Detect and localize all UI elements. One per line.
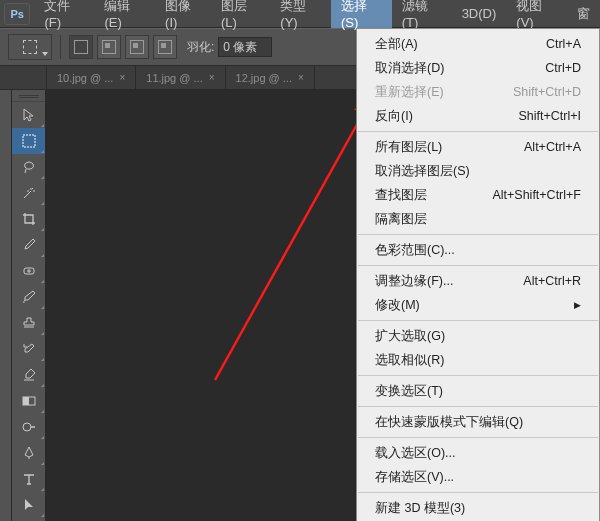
- toolbox-grip[interactable]: [12, 90, 45, 102]
- tool-preset-picker[interactable]: [8, 34, 52, 60]
- menu-type[interactable]: 类型(Y): [270, 0, 331, 28]
- menu-item-shortcut: Alt+Ctrl+A: [524, 140, 581, 154]
- menu-item[interactable]: 查找图层Alt+Shift+Ctrl+F: [357, 183, 599, 207]
- tool-path-select[interactable]: [12, 492, 45, 518]
- menu-item-label: 反向(I): [375, 108, 413, 125]
- grip-icon: [19, 95, 39, 96]
- menu-3d[interactable]: 3D(D): [452, 0, 507, 28]
- tool-brush[interactable]: [12, 284, 45, 310]
- separator: [60, 35, 61, 59]
- menu-select[interactable]: 选择(S): [331, 0, 392, 28]
- tool-wand[interactable]: [12, 180, 45, 206]
- tab-label: 11.jpg @ ...: [146, 72, 202, 84]
- menu-separator: [358, 320, 598, 321]
- selection-mode-add[interactable]: [97, 35, 121, 59]
- mode-intersect-icon: [158, 40, 172, 54]
- close-icon[interactable]: ×: [209, 72, 215, 83]
- menu-item-label: 扩大选取(G): [375, 328, 445, 345]
- tool-gradient[interactable]: [12, 388, 45, 414]
- menu-item[interactable]: 在快速蒙版模式下编辑(Q): [357, 410, 599, 434]
- menu-separator: [358, 437, 598, 438]
- document-tab[interactable]: 10.jpg @ ... ×: [46, 66, 136, 89]
- menu-item[interactable]: 修改(M)▶: [357, 293, 599, 317]
- menu-item-label: 全部(A): [375, 36, 418, 53]
- menu-separator: [358, 131, 598, 132]
- menu-item[interactable]: 变换选区(T): [357, 379, 599, 403]
- tool-move[interactable]: [12, 102, 45, 128]
- menu-window[interactable]: 窗: [567, 0, 600, 28]
- menu-item[interactable]: 全部(A)Ctrl+A: [357, 32, 599, 56]
- menu-item[interactable]: 色彩范围(C)...: [357, 238, 599, 262]
- menu-item-shortcut: Ctrl+D: [545, 61, 581, 75]
- menu-item[interactable]: 新建 3D 模型(3): [357, 496, 599, 520]
- menu-item-label: 新建 3D 模型(3): [375, 500, 465, 517]
- menu-item[interactable]: 所有图层(L)Alt+Ctrl+A: [357, 135, 599, 159]
- close-icon[interactable]: ×: [119, 72, 125, 83]
- menu-separator: [358, 492, 598, 493]
- menu-item[interactable]: 调整边缘(F)...Alt+Ctrl+R: [357, 269, 599, 293]
- menu-item-label: 载入选区(O)...: [375, 445, 455, 462]
- selection-mode-subtract[interactable]: [125, 35, 149, 59]
- document-tab[interactable]: 11.jpg @ ... ×: [136, 66, 225, 89]
- select-menu-dropdown: 全部(A)Ctrl+A取消选择(D)Ctrl+D重新选择(E)Shift+Ctr…: [356, 28, 600, 521]
- submenu-arrow-icon: ▶: [574, 300, 581, 310]
- menu-edit[interactable]: 编辑(E): [94, 0, 155, 28]
- menu-item[interactable]: 反向(I)Shift+Ctrl+I: [357, 104, 599, 128]
- tool-crop[interactable]: [12, 206, 45, 232]
- tool-healing[interactable]: [12, 258, 45, 284]
- menu-item-label: 选取相似(R): [375, 352, 444, 369]
- menu-item-label: 在快速蒙版模式下编辑(Q): [375, 414, 523, 431]
- menu-file[interactable]: 文件(F): [34, 0, 94, 28]
- menu-layer[interactable]: 图层(L): [211, 0, 270, 28]
- menu-separator: [358, 265, 598, 266]
- svg-rect-0: [23, 135, 35, 147]
- mode-subtract-icon: [130, 40, 144, 54]
- tool-lasso[interactable]: [12, 154, 45, 180]
- menu-separator: [358, 234, 598, 235]
- app-badge: Ps: [4, 3, 30, 25]
- menu-item[interactable]: 隔离图层: [357, 207, 599, 231]
- menu-item-label: 重新选择(E): [375, 84, 444, 101]
- tool-dodge[interactable]: [12, 414, 45, 440]
- app-badge-text: Ps: [10, 8, 23, 20]
- tool-type[interactable]: [12, 466, 45, 492]
- tool-history-brush[interactable]: [12, 336, 45, 362]
- menu-bar: Ps 文件(F) 编辑(E) 图像(I) 图层(L) 类型(Y) 选择(S) 滤…: [0, 0, 600, 28]
- feather-input[interactable]: [218, 37, 272, 57]
- tool-eyedropper[interactable]: [12, 232, 45, 258]
- menu-item-shortcut: Ctrl+A: [546, 37, 581, 51]
- tool-eraser[interactable]: [12, 362, 45, 388]
- menu-view[interactable]: 视图(V): [506, 0, 567, 28]
- toolbox: [12, 90, 46, 521]
- svg-rect-3: [23, 397, 29, 405]
- menu-separator: [358, 406, 598, 407]
- tool-pen[interactable]: [12, 440, 45, 466]
- selection-mode-intersect[interactable]: [153, 35, 177, 59]
- menu-image[interactable]: 图像(I): [155, 0, 211, 28]
- menu-item[interactable]: 载入选区(O)...: [357, 441, 599, 465]
- feather-label: 羽化:: [187, 39, 214, 56]
- menu-filter[interactable]: 滤镜(T): [392, 0, 452, 28]
- menu-item-shortcut: Shift+Ctrl+I: [518, 109, 581, 123]
- menu-item: 重新选择(E)Shift+Ctrl+D: [357, 80, 599, 104]
- menu-item[interactable]: 选取相似(R): [357, 348, 599, 372]
- menu-item[interactable]: 扩大选取(G): [357, 324, 599, 348]
- selection-mode-new[interactable]: [69, 35, 93, 59]
- menu-item-shortcut: Alt+Shift+Ctrl+F: [492, 188, 581, 202]
- menu-item[interactable]: 取消选择图层(S): [357, 159, 599, 183]
- menu-item-label: 变换选区(T): [375, 383, 443, 400]
- menu-item[interactable]: 取消选择(D)Ctrl+D: [357, 56, 599, 80]
- mode-new-icon: [74, 40, 88, 54]
- close-icon[interactable]: ×: [298, 72, 304, 83]
- menu-item-label: 查找图层: [375, 187, 427, 204]
- tool-stamp[interactable]: [12, 310, 45, 336]
- menu-item-label: 取消选择图层(S): [375, 163, 470, 180]
- chevron-down-icon: [42, 52, 48, 56]
- menu-item-label: 色彩范围(C)...: [375, 242, 455, 259]
- document-tab[interactable]: 12.jpg @ ... ×: [226, 66, 315, 89]
- dock-rail: [0, 90, 12, 521]
- menu-item[interactable]: 存储选区(V)...: [357, 465, 599, 489]
- tab-label: 10.jpg @ ...: [57, 72, 113, 84]
- menu-item-shortcut: Alt+Ctrl+R: [523, 274, 581, 288]
- tool-marquee[interactable]: [12, 128, 45, 154]
